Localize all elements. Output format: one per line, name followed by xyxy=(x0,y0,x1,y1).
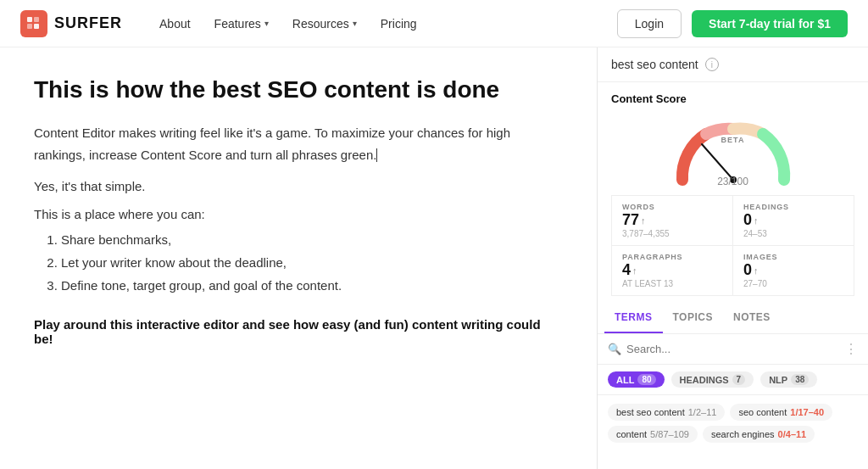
terms-list: best seo content 1/2–11 seo content 1/17… xyxy=(598,395,868,451)
filter-nlp[interactable]: NLP 38 xyxy=(760,371,817,388)
words-range: 3,787–4,355 xyxy=(622,229,722,238)
list-item-2: Let your writer know about the deadline, xyxy=(61,251,563,274)
svg-rect-3 xyxy=(34,24,39,29)
stat-words: WORDS 77 ↑ 3,787–4,355 xyxy=(612,196,733,246)
words-label: WORDS xyxy=(622,203,722,211)
filter-headings[interactable]: HEADINGS 7 xyxy=(671,371,754,388)
info-icon[interactable]: i xyxy=(705,58,719,71)
search-input[interactable] xyxy=(626,343,839,355)
nav-link-features[interactable]: Features ▾ xyxy=(204,10,279,37)
query-text: best seo content xyxy=(611,58,698,71)
headings-value: 0 ↑ xyxy=(743,211,843,229)
main-layout: This is how the best SEO content is done… xyxy=(0,47,868,469)
stat-images: IMAGES 0 ↑ 27–70 xyxy=(733,246,854,296)
headings-label: HEADINGS xyxy=(743,203,843,211)
features-chevron-icon: ▾ xyxy=(264,19,269,28)
term-text: seo content xyxy=(738,407,787,417)
term-count: 1/17–40 xyxy=(790,407,824,417)
paragraphs-range: AT LEAST 13 xyxy=(622,279,722,288)
term-search-engines[interactable]: search engines 0/4–11 xyxy=(703,426,815,443)
nav-link-about[interactable]: About xyxy=(149,10,201,37)
logo-text: SURFER xyxy=(54,14,122,32)
right-panel: best seo content i Content Score xyxy=(597,47,868,469)
tab-terms[interactable]: TERMS xyxy=(604,303,663,333)
images-value: 0 ↑ xyxy=(743,261,843,279)
tab-notes[interactable]: NOTES xyxy=(723,303,781,333)
filter-row: ALL 80 HEADINGS 7 NLP 38 xyxy=(598,365,868,395)
score-section: Content Score BE xyxy=(598,82,868,303)
term-count: 5/87–109 xyxy=(650,429,689,439)
term-content[interactable]: content 5/87–109 xyxy=(608,426,698,443)
term-text: best seo content xyxy=(616,407,685,417)
list-item-1: Share benchmarks, xyxy=(61,228,563,251)
term-count: 0/4–11 xyxy=(778,429,807,439)
term-best-seo-content[interactable]: best seo content 1/2–11 xyxy=(608,404,725,421)
content-area: This is how the best SEO content is done… xyxy=(0,47,597,469)
gauge-score: 23/100 xyxy=(717,170,748,188)
score-max: /100 xyxy=(729,176,748,187)
nav-link-pricing[interactable]: Pricing xyxy=(370,10,427,37)
search-icon: 🔍 xyxy=(608,343,621,355)
cta-text: Play around this interactive editor and … xyxy=(34,317,563,346)
stat-paragraphs: PARAGRAPHS 4 ↑ AT LEAST 13 xyxy=(612,246,733,296)
tabs-row: TERMS TOPICS NOTES xyxy=(598,303,868,334)
text-cursor xyxy=(376,148,377,162)
term-text: content xyxy=(616,429,647,439)
body-paragraph-2: Yes, it's that simple. xyxy=(34,179,563,193)
query-bar: best seo content i xyxy=(598,47,868,82)
trial-button[interactable]: Start 7-day trial for $1 xyxy=(692,10,848,37)
stat-headings: HEADINGS 0 ↑ 24–53 xyxy=(733,196,854,246)
nav-links: About Features ▾ Resources ▾ Pricing xyxy=(149,10,617,37)
login-button[interactable]: Login xyxy=(617,9,682,38)
body-paragraph-1: Content Editor makes writing feel like i… xyxy=(34,122,563,165)
images-range: 27–70 xyxy=(743,279,843,288)
stats-grid: WORDS 77 ↑ 3,787–4,355 HEADINGS 0 ↑ 24–5… xyxy=(611,195,854,296)
logo[interactable]: SURFER xyxy=(20,10,122,37)
navbar: SURFER About Features ▾ Resources ▾ Pric… xyxy=(0,0,868,47)
search-row: 🔍 ⋮ xyxy=(598,334,868,365)
words-arrow: ↑ xyxy=(641,215,646,226)
logo-icon xyxy=(20,10,47,37)
nav-link-resources[interactable]: Resources ▾ xyxy=(282,10,367,37)
list-item-3: Define tone, target group, and goal of t… xyxy=(61,274,563,297)
more-options-icon[interactable]: ⋮ xyxy=(844,341,858,357)
score-title: Content Score xyxy=(611,92,854,105)
beta-label: BETA xyxy=(721,136,745,144)
words-value: 77 ↑ xyxy=(622,211,722,229)
resources-chevron-icon: ▾ xyxy=(353,19,357,28)
headings-arrow: ↑ xyxy=(754,215,759,226)
images-label: IMAGES xyxy=(743,253,843,261)
tab-topics[interactable]: TOPICS xyxy=(663,303,723,333)
term-count: 1/2–11 xyxy=(688,407,717,417)
page-headline: This is how the best SEO content is done xyxy=(34,75,563,105)
term-seo-content[interactable]: seo content 1/17–40 xyxy=(730,404,832,421)
svg-rect-0 xyxy=(27,17,32,22)
paragraphs-label: PARAGRAPHS xyxy=(622,253,722,261)
images-arrow: ↑ xyxy=(754,265,759,276)
svg-rect-2 xyxy=(27,24,32,29)
feature-list: Share benchmarks, Let your writer know a… xyxy=(34,228,563,297)
list-intro: This is a place where you can: xyxy=(34,207,563,221)
paragraphs-arrow: ↑ xyxy=(632,265,637,276)
headings-range: 24–53 xyxy=(743,229,843,238)
svg-rect-1 xyxy=(34,17,39,22)
nav-actions: Login Start 7-day trial for $1 xyxy=(617,9,848,38)
filter-all[interactable]: ALL 80 xyxy=(608,371,665,388)
paragraphs-value: 4 ↑ xyxy=(622,261,722,279)
gauge-container: BETA 23/100 xyxy=(611,112,854,188)
term-text: search engines xyxy=(711,429,775,439)
